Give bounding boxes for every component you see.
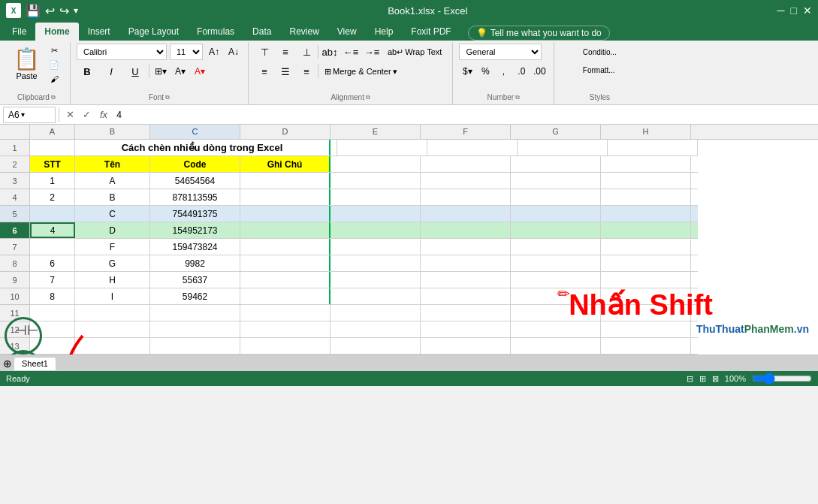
text-direction-button[interactable]: ab↕ [320, 44, 340, 60]
cell-e10[interactable] [331, 288, 421, 304]
clipboard-expand-icon[interactable]: ⧉ [51, 94, 56, 101]
cell-a2[interactable]: STT [30, 156, 75, 172]
increase-font-button[interactable]: A↑ [206, 44, 222, 60]
cell-b9[interactable]: H [75, 272, 150, 288]
cell-h9[interactable] [601, 272, 691, 288]
tab-foxit-pdf[interactable]: Foxit PDF [402, 23, 460, 41]
cell-e8[interactable] [331, 255, 421, 271]
cell-d6[interactable] [240, 222, 331, 238]
underline-button[interactable]: U [125, 63, 146, 80]
confirm-formula-button[interactable]: ✓ [79, 107, 94, 122]
align-bottom-button[interactable]: ⊥ [297, 44, 316, 60]
close-btn[interactable]: ✕ [803, 5, 812, 17]
align-center-button[interactable]: ☰ [276, 63, 295, 80]
cell-f9[interactable] [421, 272, 511, 288]
align-middle-button[interactable]: ≡ [276, 44, 295, 60]
cell-h3[interactable] [601, 173, 691, 189]
cell-g9[interactable] [511, 272, 601, 288]
cell-d5[interactable] [240, 206, 331, 222]
currency-button[interactable]: $▾ [459, 63, 475, 80]
cell-d10[interactable] [240, 288, 331, 304]
cell-f12[interactable] [421, 321, 511, 337]
cell-h6[interactable] [601, 222, 691, 238]
cell-g1[interactable] [518, 140, 608, 155]
cell-b2[interactable]: Tên [75, 156, 150, 172]
cell-a4[interactable]: 2 [30, 189, 75, 205]
row-header-9[interactable]: 9 [0, 272, 29, 288]
sheet-tab-sheet1[interactable]: Sheet1 [14, 357, 56, 370]
row-header-2[interactable]: 2 [0, 156, 29, 173]
cell-e5[interactable] [331, 206, 421, 222]
tab-review[interactable]: Review [280, 23, 328, 41]
tab-help[interactable]: Help [366, 23, 403, 41]
align-top-button[interactable]: ⊤ [255, 44, 274, 60]
cell-b5[interactable]: C [75, 206, 150, 222]
col-header-b[interactable]: B [75, 125, 150, 139]
tab-home[interactable]: Home [35, 23, 78, 41]
row-header-11[interactable]: 11 [0, 305, 29, 321]
cell-g2[interactable] [511, 156, 601, 172]
cell-e1[interactable] [337, 140, 427, 155]
fill-color-button[interactable]: A▾ [172, 63, 189, 80]
cell-d12[interactable] [240, 321, 331, 337]
cell-g3[interactable] [511, 173, 601, 189]
cell-e7[interactable] [331, 239, 421, 255]
cell-d11[interactable] [240, 305, 331, 321]
cell-b7[interactable]: F [75, 239, 150, 255]
cell-c8[interactable]: 9982 [150, 255, 240, 271]
cell-g11[interactable] [511, 305, 601, 321]
cell-c5[interactable]: 754491375 [150, 206, 240, 222]
cell-a5[interactable] [30, 206, 75, 222]
cell-a3[interactable]: 1 [30, 173, 75, 189]
cell-c6[interactable]: 154952173 [150, 222, 240, 238]
cell-g12[interactable] [511, 321, 601, 337]
cell-f5[interactable] [421, 206, 511, 222]
cell-a7[interactable] [30, 239, 75, 255]
cell-g4[interactable] [511, 189, 601, 205]
cell-c10[interactable]: 59462 [150, 288, 240, 304]
cell-d9[interactable] [240, 272, 331, 288]
font-color-button[interactable]: A▾ [192, 63, 208, 80]
cell-f7[interactable] [421, 239, 511, 255]
cell-h7[interactable] [601, 239, 691, 255]
new-sheet-button[interactable]: ⊕ [3, 358, 12, 370]
col-header-h[interactable]: H [601, 125, 691, 139]
cell-f11[interactable] [421, 305, 511, 321]
minimize-btn[interactable]: ─ [777, 5, 785, 17]
row-header-1[interactable]: 1 [0, 140, 29, 156]
cell-e13[interactable] [331, 338, 421, 354]
cell-a8[interactable]: 6 [30, 255, 75, 271]
cell-a11[interactable] [30, 305, 75, 321]
font-expand-icon[interactable]: ⧉ [165, 94, 170, 101]
cell-f8[interactable] [421, 255, 511, 271]
cell-b8[interactable]: G [75, 255, 150, 271]
cell-h8[interactable] [601, 255, 691, 271]
cut-button[interactable]: ✂ [44, 44, 64, 57]
cell-a13[interactable] [30, 338, 75, 354]
font-name-select[interactable]: Calibri [77, 44, 167, 60]
row-header-8[interactable]: 8 [0, 255, 29, 272]
cell-h12[interactable] [601, 321, 691, 337]
col-header-f[interactable]: F [421, 125, 511, 139]
indent-increase-button[interactable]: →≡ [362, 44, 382, 60]
cell-d4[interactable] [240, 189, 331, 205]
cell-f3[interactable] [421, 173, 511, 189]
wrap-text-button[interactable]: ab↵ Wrap Text [383, 45, 446, 59]
cell-a6[interactable]: 4 [30, 222, 75, 238]
cell-reference-box[interactable]: A6 ▾ [3, 107, 56, 123]
increase-decimal-button[interactable]: .00 [531, 63, 548, 80]
align-expand-icon[interactable]: ⧉ [366, 94, 370, 101]
indent-decrease-button[interactable]: ←≡ [341, 44, 361, 60]
format-as-table-button[interactable]: Formatt... [579, 62, 619, 78]
font-size-select[interactable]: 11 [170, 44, 203, 60]
save-icon[interactable]: 💾 [26, 4, 41, 18]
cell-f6[interactable] [421, 222, 511, 238]
border-button[interactable]: ⊞▾ [152, 63, 169, 80]
cell-g5[interactable] [511, 206, 601, 222]
tab-file[interactable]: File [3, 23, 35, 41]
cell-a1[interactable] [30, 140, 75, 155]
cell-f1[interactable] [427, 140, 518, 155]
cell-b11[interactable] [75, 305, 150, 321]
tell-me-box[interactable]: 💡 Tell me what you want to do [468, 26, 610, 41]
number-format-select[interactable]: General [459, 44, 542, 60]
